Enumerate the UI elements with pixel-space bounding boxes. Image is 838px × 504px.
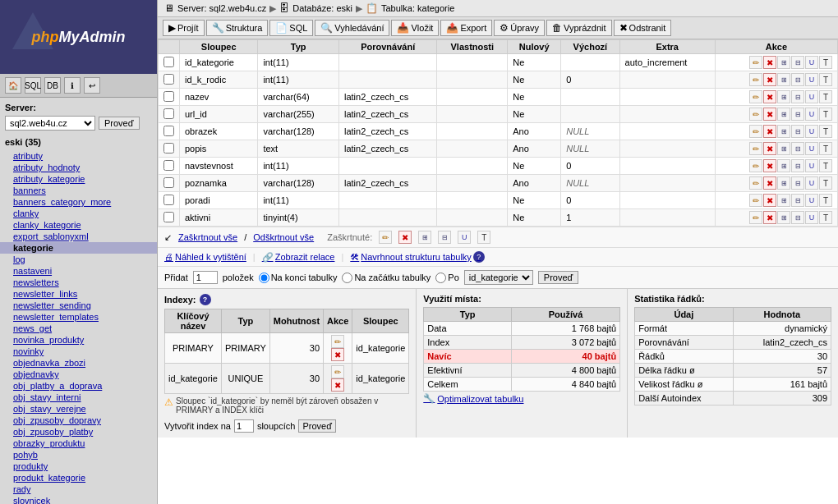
unique-icon-3[interactable]: ⊟ — [791, 108, 804, 121]
unique-icon-9[interactable]: ⊟ — [791, 211, 804, 224]
sidebar-item-obj_zpusoby_dopravy[interactable]: obj_zpusoby_dopravy — [0, 415, 157, 426]
relace-link[interactable]: 🔗 Zobrazit relace — [262, 252, 335, 263]
sidebar-item-produkty[interactable]: produkty — [0, 460, 157, 472]
primary-icon-4[interactable]: ⊞ — [777, 125, 790, 138]
row-checkbox-2[interactable] — [163, 91, 174, 102]
unique-icon-4[interactable]: ⊟ — [791, 125, 804, 138]
index-icon-5[interactable]: U — [805, 142, 818, 155]
sidebar-item-export_sablonyxml[interactable]: export_sablonyxml — [0, 231, 157, 242]
sidebar-item-rady[interactable]: rady — [0, 483, 157, 495]
sidebar-item-obj_stavy_verejne[interactable]: obj_stavy_verejne — [0, 403, 157, 415]
indexes-help-icon[interactable]: ? — [200, 294, 211, 305]
edit-icon-6[interactable]: ✏ — [749, 159, 762, 172]
edit-icon-9[interactable]: ✏ — [749, 211, 762, 224]
server-btn[interactable]: Proveď — [99, 117, 140, 130]
sql-icon[interactable]: SQL — [25, 77, 41, 94]
idx-edit-0[interactable]: ✏ — [331, 335, 344, 348]
column-select[interactable]: id_kategorie — [464, 270, 533, 285]
primary-icon-7[interactable]: ⊞ — [777, 176, 790, 190]
sidebar-item-clanky_kategorie[interactable]: clanky_kategorie — [0, 219, 157, 231]
odschrt-vse-link[interactable]: Odškrtnout vše — [253, 232, 314, 242]
delete-icon-0[interactable]: ✖ — [763, 56, 776, 69]
edit-icon-7[interactable]: ✏ — [749, 176, 762, 190]
po-radio[interactable] — [435, 273, 446, 283]
row-checkbox-4[interactable] — [163, 126, 174, 136]
pridat-proved-btn[interactable]: Proveď — [538, 271, 579, 284]
fulltext-icon-3[interactable]: T — [819, 108, 832, 121]
pencil-icon-sel[interactable]: ✏ — [379, 231, 392, 244]
delete-icon-8[interactable]: ✖ — [763, 194, 776, 207]
sidebar-item-nastaveni[interactable]: nastaveni — [0, 265, 157, 277]
grid1-icon-sel[interactable]: ⊞ — [418, 231, 431, 244]
index-icon-3[interactable]: U — [805, 108, 818, 121]
home-icon[interactable]: 🏠 — [5, 77, 21, 94]
sidebar-item-obj_platby_a_doprava[interactable]: obj_platby_a_doprava — [0, 380, 157, 392]
na-konci-radio[interactable] — [259, 273, 269, 283]
delete-icon-5[interactable]: ✖ — [763, 142, 776, 155]
index-icon-4[interactable]: U — [805, 125, 818, 138]
sidebar-item-slovnicek[interactable]: slovnicek — [0, 495, 157, 504]
tb-btn-projit[interactable]: ▶Projít — [163, 20, 205, 36]
tb-btn-vyhledavani[interactable]: 🔍Vyhledávání — [315, 20, 389, 36]
fulltext-icon-8[interactable]: T — [819, 194, 832, 207]
nahled-link[interactable]: 🖨 Náhled k vytištění — [164, 252, 246, 262]
sidebar-item-newsletters[interactable]: newsletters — [0, 277, 157, 288]
exit-icon[interactable]: ↩ — [84, 77, 100, 94]
delete-icon-1[interactable]: ✖ — [763, 73, 776, 86]
sidebar-item-log[interactable]: log — [0, 254, 157, 265]
index-icon-6[interactable]: U — [805, 159, 818, 172]
edit-icon-5[interactable]: ✏ — [749, 142, 762, 155]
primary-icon-2[interactable]: ⊞ — [777, 90, 790, 103]
row-checkbox-9[interactable] — [163, 212, 174, 222]
primary-icon-3[interactable]: ⊞ — [777, 108, 790, 121]
sidebar-item-newsletter_links[interactable]: newsletter_links — [0, 288, 157, 300]
sidebar-item-objednavky[interactable]: objednavky — [0, 369, 157, 380]
zaschrt-vse-link[interactable]: Zaškrtnout vše — [178, 232, 237, 242]
row-checkbox-6[interactable] — [163, 160, 174, 171]
sidebar-item-novinka_produkty[interactable]: novinka_produkty — [0, 334, 157, 346]
sidebar-item-obj_stavy_interni[interactable]: obj_stavy_interni — [0, 392, 157, 403]
row-checkbox-3[interactable] — [163, 108, 174, 119]
unique-icon-1[interactable]: ⊟ — [791, 73, 804, 86]
index-icon-1[interactable]: U — [805, 73, 818, 86]
edit-icon-1[interactable]: ✏ — [749, 73, 762, 86]
delete-icon-7[interactable]: ✖ — [763, 176, 776, 190]
index-icon-9[interactable]: U — [805, 211, 818, 224]
index-icon-0[interactable]: U — [805, 56, 818, 69]
row-checkbox-0[interactable] — [163, 57, 174, 67]
sidebar-item-kategorie[interactable]: kategorie — [0, 242, 157, 254]
delete-icon-3[interactable]: ✖ — [763, 108, 776, 121]
server-select[interactable]: sql2.web4u.cz — [5, 116, 95, 131]
tb-btn-sql[interactable]: 📄SQL — [269, 20, 313, 36]
t-icon-sel[interactable]: T — [477, 231, 490, 244]
sidebar-item-novinky[interactable]: novinky — [0, 346, 157, 357]
help-icon-navrh[interactable]: ? — [473, 251, 485, 263]
primary-icon-0[interactable]: ⊞ — [777, 56, 790, 69]
sidebar-item-newsletter_sending[interactable]: newsletter_sending — [0, 300, 157, 311]
sidebar-item-pohyb[interactable]: pohyb — [0, 449, 157, 460]
idx-del-1[interactable]: ✖ — [331, 378, 344, 392]
row-checkbox-1[interactable] — [163, 74, 174, 85]
primary-icon-5[interactable]: ⊞ — [777, 142, 790, 155]
edit-icon-8[interactable]: ✏ — [749, 194, 762, 207]
redx-icon-sel[interactable]: ✖ — [398, 231, 412, 244]
index-icon-7[interactable]: U — [805, 176, 818, 190]
idx-edit-1[interactable]: ✏ — [331, 365, 344, 378]
grid2-icon-sel[interactable]: ⊟ — [438, 231, 451, 244]
sidebar-item-obrazky_produktu[interactable]: obrazky_produktu — [0, 438, 157, 449]
unique-icon-6[interactable]: ⊟ — [791, 159, 804, 172]
sidebar-item-atributy[interactable]: atributy — [0, 150, 157, 162]
tb-btn-vlozit[interactable]: 📥Vložit — [391, 20, 439, 36]
idx-del-0[interactable]: ✖ — [331, 348, 344, 361]
sidebar-item-atributy_kategorie[interactable]: atributy_kategorie — [0, 173, 157, 185]
fulltext-icon-7[interactable]: T — [819, 176, 832, 190]
tb-btn-odstranit[interactable]: ✖Odstranit — [614, 20, 672, 36]
primary-icon-6[interactable]: ⊞ — [777, 159, 790, 172]
delete-icon-4[interactable]: ✖ — [763, 125, 776, 138]
na-zacatku-radio[interactable] — [342, 273, 352, 283]
fulltext-icon-9[interactable]: T — [819, 211, 832, 224]
index-icon-8[interactable]: U — [805, 194, 818, 207]
sidebar-item-atributy_hodnoty[interactable]: atributy_hodnoty — [0, 162, 157, 173]
unique-icon-0[interactable]: ⊟ — [791, 56, 804, 69]
row-checkbox-5[interactable] — [163, 143, 174, 153]
